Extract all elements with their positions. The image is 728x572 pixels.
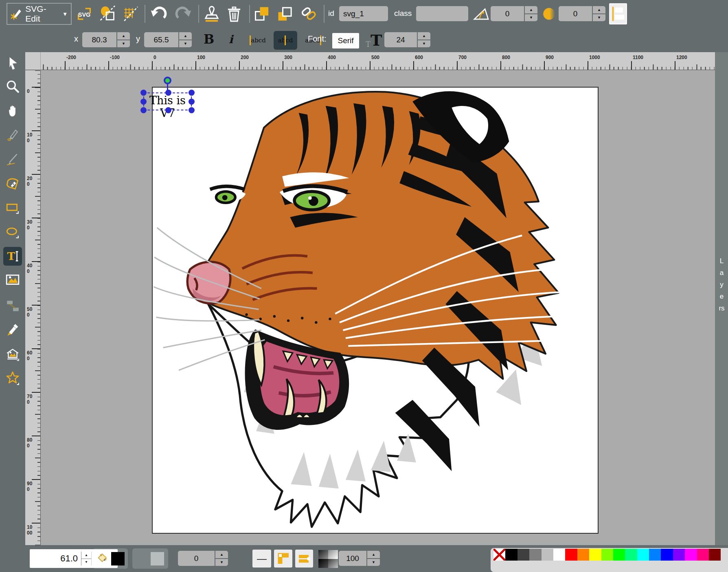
clone-button[interactable] <box>203 5 221 23</box>
zoom-tool[interactable] <box>4 78 21 95</box>
ruler-label: 900 <box>546 55 554 60</box>
font-size-input[interactable] <box>384 32 417 47</box>
redo-button[interactable] <box>174 5 192 23</box>
angle-spinner[interactable]: ▲▼ <box>525 6 537 21</box>
stroke-style-label: — <box>257 553 267 564</box>
selection-handle-sw[interactable] <box>140 107 147 113</box>
line-tool[interactable] <box>4 151 21 168</box>
ruler-microticks <box>37 70 40 545</box>
ruler-tick <box>500 61 501 70</box>
palette-swatch[interactable] <box>601 549 613 561</box>
selection-handle-se[interactable] <box>189 107 195 113</box>
select-tool[interactable] <box>4 55 21 72</box>
main-toolbar: SVG-Edit ▼ SVG <box>0 0 728 28</box>
eyedropper-tool[interactable] <box>4 321 21 338</box>
palette-swatch[interactable] <box>493 549 505 561</box>
text-tool[interactable]: T <box>3 247 22 266</box>
ruler-label: 400 <box>328 55 336 60</box>
text-anchor-start-button[interactable]: abcd <box>246 31 270 50</box>
opacity-input[interactable] <box>339 551 366 566</box>
palette-swatch[interactable] <box>505 549 517 561</box>
palette-swatch[interactable] <box>709 549 721 561</box>
delete-button[interactable] <box>225 5 243 23</box>
selection-handle-n[interactable] <box>165 90 171 96</box>
angle-input[interactable] <box>491 6 524 21</box>
rect-tool[interactable] <box>4 200 21 217</box>
grid-button[interactable] <box>122 5 140 23</box>
pencil-tool[interactable] <box>4 126 21 143</box>
align-left-button[interactable] <box>609 3 627 24</box>
stroke-width-spinner[interactable]: ▲▼ <box>215 551 228 566</box>
y-spinner[interactable]: ▲▼ <box>179 32 192 47</box>
rotate-handle[interactable] <box>164 77 171 84</box>
link-button[interactable] <box>300 5 318 23</box>
ellipse-tool[interactable] <box>4 224 21 241</box>
linejoin-button[interactable] <box>274 550 292 568</box>
palette-swatch[interactable] <box>553 549 565 561</box>
stroke-color-control[interactable] <box>132 548 168 569</box>
main-menu-button[interactable]: SVG-Edit ▼ <box>7 3 72 25</box>
text-anchor-middle-button[interactable]: abcd <box>274 31 297 50</box>
palette-swatch[interactable] <box>577 549 589 561</box>
move-to-back-button[interactable] <box>276 5 294 23</box>
palette-swatch[interactable] <box>565 549 577 561</box>
palette-swatch[interactable] <box>661 549 673 561</box>
stroke-color-swatch[interactable] <box>151 552 164 565</box>
bold-button[interactable]: B <box>204 32 214 46</box>
ruler-label: 200 <box>27 176 33 187</box>
ruler-tick <box>413 61 414 70</box>
ruler-label: 300 <box>27 219 33 231</box>
element-class-input[interactable] <box>416 6 468 21</box>
toolbar-separator <box>145 5 145 23</box>
shape-library-button[interactable] <box>99 5 117 23</box>
source-editor-button[interactable]: SVG <box>75 5 93 23</box>
palette-swatch[interactable] <box>542 549 553 561</box>
fill-color-control[interactable] <box>93 548 128 569</box>
ruler-tick <box>283 61 283 70</box>
x-spinner[interactable]: ▲▼ <box>117 32 130 47</box>
path-tool[interactable] <box>4 175 21 192</box>
linecap-button[interactable] <box>295 550 313 568</box>
zoom-spinner[interactable]: ▲▼ <box>81 552 92 565</box>
stroke-width-input[interactable] <box>178 551 215 566</box>
opacity-spinner[interactable]: ▲▼ <box>367 551 380 566</box>
selection-handle-ne[interactable] <box>189 90 195 96</box>
blur-spinner[interactable]: ▲▼ <box>593 6 605 21</box>
palette-swatch[interactable] <box>697 549 709 561</box>
image-tool[interactable] <box>4 271 21 288</box>
palette-swatch[interactable] <box>613 549 625 561</box>
palette-swatch[interactable] <box>589 549 601 561</box>
palette-swatch[interactable] <box>637 549 649 561</box>
selection-handle-s[interactable] <box>165 107 171 113</box>
zoom-input[interactable] <box>30 553 78 564</box>
undo-button[interactable] <box>150 5 168 23</box>
fill-color-swatch[interactable] <box>111 552 125 565</box>
element-id-input[interactable] <box>339 6 388 21</box>
selection-handle-e[interactable] <box>189 99 195 105</box>
shape-library-tool[interactable] <box>4 345 21 363</box>
font-family-button[interactable]: Serif <box>332 33 359 48</box>
palette-swatch[interactable] <box>673 549 685 561</box>
chevron-down-icon: ▼ <box>62 11 68 17</box>
blur-input[interactable] <box>559 6 592 21</box>
pan-tool[interactable] <box>4 102 21 119</box>
font-size-spinner[interactable]: ▲▼ <box>418 32 430 47</box>
palette-swatch[interactable] <box>529 549 541 561</box>
selection-handle-w[interactable] <box>140 99 147 105</box>
italic-button[interactable]: i <box>229 33 233 46</box>
palette-swatch[interactable] <box>685 549 697 561</box>
x-input[interactable] <box>82 32 116 47</box>
ruler-label: 300 <box>284 55 292 60</box>
palette-swatch[interactable] <box>649 549 661 561</box>
selection-handle-nw[interactable] <box>140 90 147 96</box>
connector-tool[interactable] <box>4 297 21 315</box>
palette-swatch[interactable] <box>625 549 637 561</box>
y-input[interactable] <box>144 32 178 47</box>
layers-panel-tab[interactable]: Layers <box>715 52 728 545</box>
class-label: class <box>394 9 412 18</box>
star-tool[interactable] <box>4 369 21 386</box>
move-to-front-button[interactable] <box>253 5 271 23</box>
drawing-canvas[interactable] <box>152 87 599 534</box>
stroke-style-button[interactable]: — <box>252 550 271 568</box>
palette-swatch[interactable] <box>517 549 529 561</box>
